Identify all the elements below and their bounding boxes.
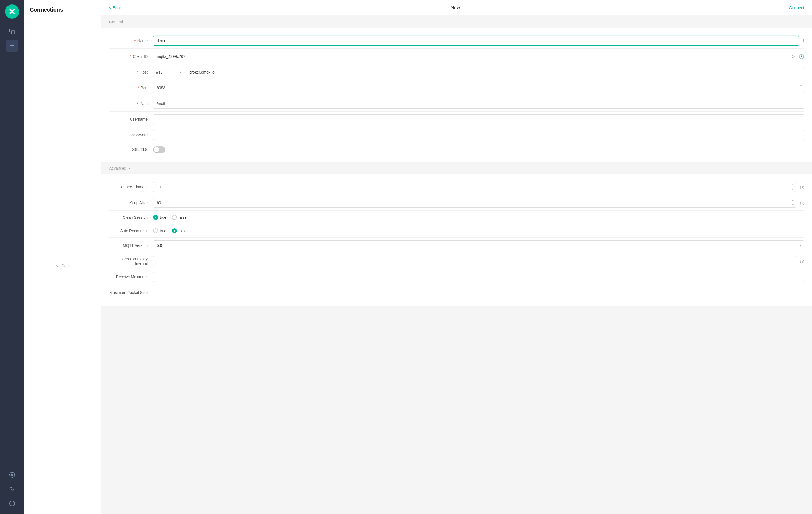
clean-session-true-radio[interactable] [153,215,158,220]
info-icon-name: ℹ [803,38,804,44]
auto-reconnect-false-option[interactable]: false [172,228,187,233]
password-control [153,130,804,140]
advanced-chevron-icon: ▲ [128,167,131,170]
session-expiry-unit: (s) [800,259,804,263]
receive-max-label: Receive Maximum [109,275,153,279]
host-label: * Host [109,70,153,75]
keep-alive-control: ▲ ▼ (s) [153,198,804,208]
auto-reconnect-label: Auto Reconnect [109,229,153,233]
topbar: < Back New Connect [102,0,812,16]
protocol-select[interactable]: ws:// wss:// mqtt:// mqtts:// [153,67,183,77]
password-row: Password [102,127,812,143]
timeout-decrement[interactable]: ▼ [790,187,796,192]
form-content: General * Name ℹ * Client ID [102,16,812,514]
name-input[interactable] [153,36,799,46]
password-label: Password [109,133,153,137]
receive-max-input[interactable] [153,272,804,282]
port-input[interactable] [153,83,804,93]
username-row: Username [102,112,812,127]
path-row: * Path [102,96,812,111]
advanced-section-header[interactable]: Advanced ▲ [102,162,812,174]
page-title: New [451,5,460,10]
back-button[interactable]: < Back [109,5,122,10]
auto-reconnect-true-radio[interactable] [153,228,158,233]
clean-session-false-label: false [178,215,187,220]
auto-reconnect-control: true false [153,228,804,233]
keepalive-increment[interactable]: ▲ [790,198,796,203]
auto-reconnect-true-label: true [160,229,166,233]
password-input[interactable] [153,130,804,140]
left-panel: Connections No Data [24,0,102,514]
refresh-icon[interactable]: ↻ [791,54,795,59]
keepalive-unit: (s) [800,201,804,205]
logo-button[interactable] [5,4,19,19]
timeout-spinner-buttons: ▲ ▼ [790,182,796,192]
port-increment[interactable]: ▲ [798,83,804,88]
clean-session-false-radio[interactable] [172,215,177,220]
keepalive-decrement[interactable]: ▼ [790,203,796,208]
svg-point-2 [10,491,11,491]
auto-reconnect-false-radio[interactable] [172,228,177,233]
copy-icon [9,28,15,34]
general-section-body: * Name ℹ * Client ID ↻ 🕐 [102,28,812,162]
protocol-select-wrap: ws:// wss:// mqtt:// mqtts:// [153,67,183,77]
session-expiry-label: Session Expiry Interval [109,257,153,265]
connect-timeout-label: Connect Timeout [109,185,153,189]
host-control: ws:// wss:// mqtt:// mqtts:// [153,67,804,77]
sidebar-item-subscribe[interactable] [6,483,18,495]
port-decrement[interactable]: ▼ [798,88,804,93]
sidebar-item-connections[interactable] [6,25,18,37]
clean-session-radio-group: true false [153,215,187,220]
path-control [153,98,804,109]
auto-reconnect-true-option[interactable]: true [153,228,166,233]
connect-timeout-row: Connect Timeout ▲ ▼ (s) [102,179,812,195]
session-expiry-input[interactable] [153,256,796,266]
client-id-row: * Client ID ↻ 🕐 [102,49,812,64]
max-packet-input[interactable] [153,288,804,297]
mqtt-version-label: MQTT Version [109,243,153,248]
ssl-toggle[interactable] [153,146,165,153]
clean-session-label: Clean Session [109,215,153,220]
keep-alive-row: Keep Alive ▲ ▼ (s) [102,195,812,210]
clock-icon[interactable]: 🕐 [799,54,804,59]
clean-session-true-option[interactable]: true [153,215,166,220]
port-row: * Port ▲ ▼ [102,80,812,95]
client-id-input[interactable] [153,52,787,61]
receive-max-control [153,272,804,282]
info-icon [9,501,15,507]
path-input[interactable] [153,98,804,109]
receive-max-row: Receive Maximum [102,269,812,285]
mqtt-version-row: MQTT Version 3.1 3.1.1 5.0 [102,238,812,253]
path-label: * Path [109,102,153,106]
sidebar-item-settings[interactable] [6,469,18,481]
max-packet-row: Maximum Packet Size [102,285,812,300]
host-input[interactable] [186,67,804,77]
advanced-label: Advanced [109,166,126,171]
ssl-label: SSL/TLS [109,147,153,152]
clean-session-row: Clean Session true false [102,211,812,224]
sidebar-item-new[interactable] [6,40,18,52]
clean-session-false-option[interactable]: false [172,215,187,220]
gear-icon [9,472,15,478]
username-control [153,114,804,124]
port-control: ▲ ▼ [153,83,804,93]
ssl-control [153,146,804,153]
sidebar [0,0,24,514]
port-label: * Port [109,86,153,90]
plus-icon [9,43,15,49]
connect-timeout-input[interactable] [153,182,796,192]
timeout-unit: (s) [800,185,804,189]
advanced-section-body: Connect Timeout ▲ ▼ (s) Keep Alive [102,174,812,306]
clean-session-control: true false [153,215,804,220]
keepalive-spinner: ▲ ▼ [153,198,796,208]
name-row: * Name ℹ [102,33,812,49]
keep-alive-input[interactable] [153,198,796,208]
username-input[interactable] [153,114,804,124]
no-data-label: No Data [24,17,101,514]
timeout-increment[interactable]: ▲ [790,182,796,187]
mqtt-version-select[interactable]: 3.1 3.1.1 5.0 [153,240,804,250]
name-label: * Name [109,38,153,43]
sidebar-item-info[interactable] [6,497,18,510]
connect-button[interactable]: Connect [789,5,804,10]
logo-icon [8,7,16,16]
